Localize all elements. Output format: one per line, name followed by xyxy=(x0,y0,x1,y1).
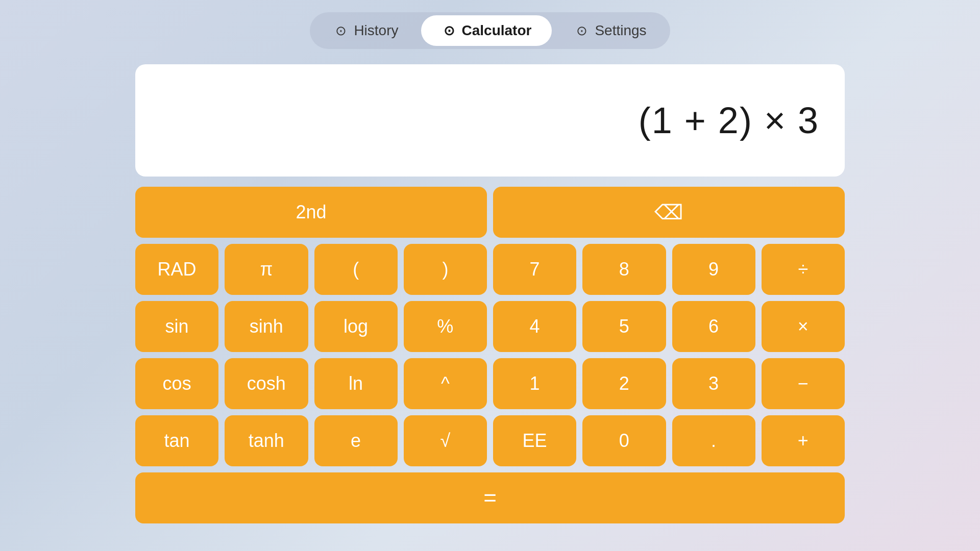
display: (1 + 2) × 3 xyxy=(135,64,845,177)
btn-ln[interactable]: ln xyxy=(314,358,398,409)
btn-power[interactable]: ^ xyxy=(404,358,487,409)
settings-label: Settings xyxy=(595,22,646,39)
btn-ee[interactable]: EE xyxy=(493,415,576,466)
row-3: sin sinh log % 4 5 6 × xyxy=(135,301,845,352)
tab-calculator[interactable]: ⊙ Calculator xyxy=(421,15,552,46)
row-4: cos cosh ln ^ 1 2 3 − xyxy=(135,358,845,409)
calculator-icon: ⊙ xyxy=(442,23,457,38)
btn-pi[interactable]: π xyxy=(225,244,308,295)
btn-minus[interactable]: − xyxy=(762,358,845,409)
btn-1[interactable]: 1 xyxy=(493,358,576,409)
btn-sin[interactable]: sin xyxy=(135,301,218,352)
tab-settings[interactable]: ⊙ Settings xyxy=(554,15,667,46)
btn-open-paren[interactable]: ( xyxy=(314,244,398,295)
btn-7[interactable]: 7 xyxy=(493,244,576,295)
equals-label: = xyxy=(483,485,497,511)
btn-log[interactable]: log xyxy=(314,301,398,352)
btn-5[interactable]: 5 xyxy=(582,301,666,352)
display-expression: (1 + 2) × 3 xyxy=(639,99,819,141)
settings-icon: ⊙ xyxy=(574,23,590,38)
row-1: 2nd ⌫ xyxy=(135,187,845,238)
row-6: = xyxy=(135,472,845,523)
nav-bar: ⊙ History ⊙ Calculator ⊙ Settings xyxy=(310,12,670,49)
btn-rad[interactable]: RAD xyxy=(135,244,218,295)
btn-tan[interactable]: tan xyxy=(135,415,218,466)
btn-tanh[interactable]: tanh xyxy=(225,415,308,466)
btn-close-paren[interactable]: ) xyxy=(404,244,487,295)
btn-multiply[interactable]: × xyxy=(762,301,845,352)
btn-cos[interactable]: cos xyxy=(135,358,218,409)
btn-sqrt[interactable]: √ xyxy=(404,415,487,466)
btn-4[interactable]: 4 xyxy=(493,301,576,352)
btn-e[interactable]: e xyxy=(314,415,398,466)
btn-0[interactable]: 0 xyxy=(582,415,666,466)
row-2: RAD π ( ) 7 8 9 ÷ xyxy=(135,244,845,295)
btn-plus[interactable]: + xyxy=(762,415,845,466)
btn-sinh[interactable]: sinh xyxy=(225,301,308,352)
btn-divide[interactable]: ÷ xyxy=(762,244,845,295)
tab-history[interactable]: ⊙ History xyxy=(313,15,419,46)
btn-equals[interactable]: = xyxy=(135,472,845,523)
btn-8[interactable]: 8 xyxy=(582,244,666,295)
calculator-container: 2nd ⌫ RAD π ( ) 7 8 9 ÷ sin sinh log % 4… xyxy=(135,187,845,523)
btn-2nd[interactable]: 2nd xyxy=(135,187,487,238)
btn-backspace[interactable]: ⌫ xyxy=(493,187,845,238)
btn-6[interactable]: 6 xyxy=(672,301,755,352)
backspace-icon: ⌫ xyxy=(654,201,683,224)
btn-decimal[interactable]: . xyxy=(672,415,755,466)
history-icon: ⊙ xyxy=(333,23,349,38)
btn-2[interactable]: 2 xyxy=(582,358,666,409)
2nd-label: 2nd xyxy=(296,202,326,223)
btn-cosh[interactable]: cosh xyxy=(225,358,308,409)
history-label: History xyxy=(354,22,398,39)
row-5: tan tanh e √ EE 0 . + xyxy=(135,415,845,466)
btn-percent[interactable]: % xyxy=(404,301,487,352)
btn-9[interactable]: 9 xyxy=(672,244,755,295)
btn-3[interactable]: 3 xyxy=(672,358,755,409)
calculator-label: Calculator xyxy=(462,22,532,39)
